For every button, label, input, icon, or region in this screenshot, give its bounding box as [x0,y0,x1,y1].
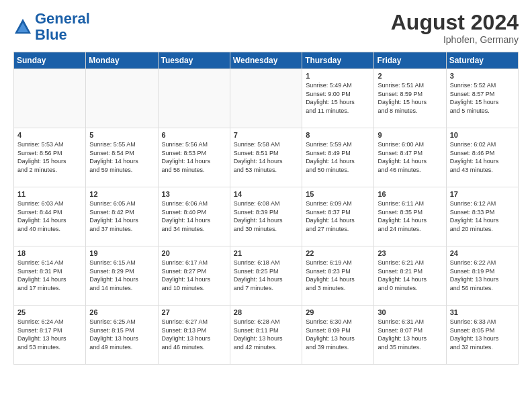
calendar-cell: 12Sunrise: 6:05 AM Sunset: 8:42 PM Dayli… [86,187,158,246]
calendar-cell: 11Sunrise: 6:03 AM Sunset: 8:44 PM Dayli… [14,187,86,246]
week-row-2: 4Sunrise: 5:53 AM Sunset: 8:56 PM Daylig… [14,128,519,187]
day-info: Sunrise: 6:15 AM Sunset: 8:29 PM Dayligh… [89,259,154,292]
day-number: 1 [306,72,370,80]
day-info: Sunrise: 6:31 AM Sunset: 8:07 PM Dayligh… [378,318,442,351]
day-info: Sunrise: 5:53 AM Sunset: 8:56 PM Dayligh… [17,140,82,174]
month-year: August 2024 [391,11,519,34]
day-info: Sunrise: 6:30 AM Sunset: 8:09 PM Dayligh… [306,318,370,351]
calendar-table: SundayMondayTuesdayWednesdayThursdayFrid… [13,52,519,365]
calendar-cell: 4Sunrise: 5:53 AM Sunset: 8:56 PM Daylig… [14,128,86,187]
day-info: Sunrise: 6:00 AM Sunset: 8:47 PM Dayligh… [378,140,442,174]
calendar-cell: 30Sunrise: 6:31 AM Sunset: 8:07 PM Dayli… [374,306,446,365]
calendar-cell: 27Sunrise: 6:27 AM Sunset: 8:13 PM Dayli… [158,306,230,365]
calendar-cell: 16Sunrise: 6:11 AM Sunset: 8:35 PM Dayli… [374,187,446,246]
title-block: August 2024 Iphofen, Germany [391,11,519,45]
day-number: 22 [306,249,370,257]
logo-blue: Blue [35,26,67,43]
day-number: 6 [162,131,226,139]
calendar-cell: 21Sunrise: 6:18 AM Sunset: 8:25 PM Dayli… [230,246,302,306]
calendar-cell [158,69,230,128]
day-info: Sunrise: 5:56 AM Sunset: 8:53 PM Dayligh… [162,140,226,174]
calendar-cell [230,69,302,128]
day-number: 5 [89,131,154,139]
day-number: 11 [17,190,82,198]
day-info: Sunrise: 5:51 AM Sunset: 8:59 PM Dayligh… [378,81,442,115]
day-number: 26 [89,308,154,316]
day-info: Sunrise: 6:02 AM Sunset: 8:46 PM Dayligh… [450,140,515,174]
day-number: 20 [162,249,226,257]
calendar-cell: 17Sunrise: 6:12 AM Sunset: 8:33 PM Dayli… [446,187,518,246]
calendar-cell: 20Sunrise: 6:17 AM Sunset: 8:27 PM Dayli… [158,246,230,306]
day-info: Sunrise: 6:05 AM Sunset: 8:42 PM Dayligh… [89,199,154,233]
day-number: 14 [234,190,298,198]
logo-icon [13,17,32,36]
weekday-friday: Friday [374,52,446,69]
day-info: Sunrise: 5:52 AM Sunset: 8:57 PM Dayligh… [450,81,515,115]
week-row-3: 11Sunrise: 6:03 AM Sunset: 8:44 PM Dayli… [14,187,519,246]
weekday-header-row: SundayMondayTuesdayWednesdayThursdayFrid… [14,52,519,69]
day-info: Sunrise: 6:08 AM Sunset: 8:39 PM Dayligh… [234,199,298,233]
day-info: Sunrise: 6:21 AM Sunset: 8:21 PM Dayligh… [378,259,442,292]
day-number: 2 [378,72,442,80]
day-number: 15 [306,190,370,198]
logo-general: General [35,10,90,27]
calendar-cell: 8Sunrise: 5:59 AM Sunset: 8:49 PM Daylig… [302,128,374,187]
day-number: 29 [306,308,370,316]
day-number: 17 [450,190,515,198]
day-info: Sunrise: 6:14 AM Sunset: 8:31 PM Dayligh… [17,259,82,292]
day-number: 8 [306,131,370,139]
day-number: 3 [450,72,515,80]
calendar-cell: 2Sunrise: 5:51 AM Sunset: 8:59 PM Daylig… [374,69,446,128]
calendar-cell: 22Sunrise: 6:19 AM Sunset: 8:23 PM Dayli… [302,246,374,306]
weekday-tuesday: Tuesday [158,52,230,69]
day-info: Sunrise: 6:24 AM Sunset: 8:17 PM Dayligh… [17,318,82,351]
day-number: 28 [234,308,298,316]
day-number: 12 [89,190,154,198]
calendar-cell: 10Sunrise: 6:02 AM Sunset: 8:46 PM Dayli… [446,128,518,187]
day-info: Sunrise: 6:11 AM Sunset: 8:35 PM Dayligh… [378,199,442,233]
calendar-cell: 14Sunrise: 6:08 AM Sunset: 8:39 PM Dayli… [230,187,302,246]
calendar-cell: 19Sunrise: 6:15 AM Sunset: 8:29 PM Dayli… [86,246,158,306]
calendar-cell: 25Sunrise: 6:24 AM Sunset: 8:17 PM Dayli… [14,306,86,365]
header: General Blue August 2024 Iphofen, German… [13,11,519,45]
calendar-cell: 5Sunrise: 5:55 AM Sunset: 8:54 PM Daylig… [86,128,158,187]
weekday-monday: Monday [86,52,158,69]
day-number: 7 [234,131,298,139]
day-number: 31 [450,308,515,316]
calendar-cell: 23Sunrise: 6:21 AM Sunset: 8:21 PM Dayli… [374,246,446,306]
day-number: 25 [17,308,82,316]
logo: General Blue [13,11,90,43]
day-info: Sunrise: 6:19 AM Sunset: 8:23 PM Dayligh… [306,259,370,292]
day-info: Sunrise: 6:22 AM Sunset: 8:19 PM Dayligh… [450,259,515,292]
day-info: Sunrise: 5:58 AM Sunset: 8:51 PM Dayligh… [234,140,298,174]
day-number: 16 [378,190,442,198]
calendar-cell: 18Sunrise: 6:14 AM Sunset: 8:31 PM Dayli… [14,246,86,306]
page-container: General Blue August 2024 Iphofen, German… [0,0,532,371]
logo-text: General Blue [35,11,90,43]
week-row-5: 25Sunrise: 6:24 AM Sunset: 8:17 PM Dayli… [14,306,519,365]
day-info: Sunrise: 6:17 AM Sunset: 8:27 PM Dayligh… [162,259,226,292]
calendar-cell: 7Sunrise: 5:58 AM Sunset: 8:51 PM Daylig… [230,128,302,187]
day-info: Sunrise: 5:49 AM Sunset: 9:00 PM Dayligh… [306,81,370,115]
day-info: Sunrise: 6:12 AM Sunset: 8:33 PM Dayligh… [450,199,515,233]
day-number: 19 [89,249,154,257]
calendar-cell: 24Sunrise: 6:22 AM Sunset: 8:19 PM Dayli… [446,246,518,306]
day-info: Sunrise: 5:55 AM Sunset: 8:54 PM Dayligh… [89,140,154,174]
calendar-cell: 13Sunrise: 6:06 AM Sunset: 8:40 PM Dayli… [158,187,230,246]
day-info: Sunrise: 6:06 AM Sunset: 8:40 PM Dayligh… [162,199,226,233]
calendar-cell [14,69,86,128]
calendar-cell [86,69,158,128]
location: Iphofen, Germany [391,34,519,45]
calendar-cell: 1Sunrise: 5:49 AM Sunset: 9:00 PM Daylig… [302,69,374,128]
day-number: 18 [17,249,82,257]
week-row-1: 1Sunrise: 5:49 AM Sunset: 9:00 PM Daylig… [14,69,519,128]
day-number: 21 [234,249,298,257]
day-info: Sunrise: 6:09 AM Sunset: 8:37 PM Dayligh… [306,199,370,233]
weekday-saturday: Saturday [446,52,518,69]
day-number: 27 [162,308,226,316]
weekday-sunday: Sunday [14,52,86,69]
day-info: Sunrise: 6:33 AM Sunset: 8:05 PM Dayligh… [450,318,515,351]
day-info: Sunrise: 6:18 AM Sunset: 8:25 PM Dayligh… [234,259,298,292]
calendar-cell: 15Sunrise: 6:09 AM Sunset: 8:37 PM Dayli… [302,187,374,246]
calendar-cell: 29Sunrise: 6:30 AM Sunset: 8:09 PM Dayli… [302,306,374,365]
